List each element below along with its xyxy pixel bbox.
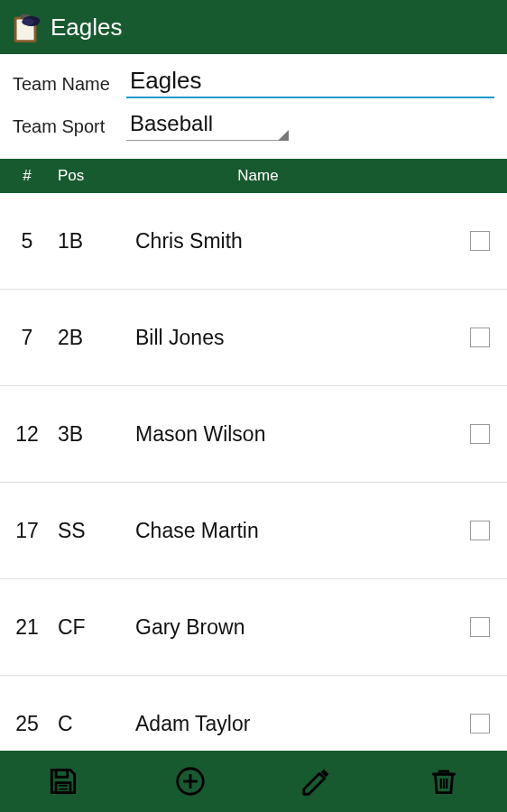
player-row[interactable]: 51BChris Smith — [0, 193, 507, 290]
edit-icon — [300, 764, 334, 798]
action-bar: Eagles — [0, 0, 507, 54]
player-check-cell — [453, 617, 507, 637]
player-name: Gary Brown — [117, 615, 453, 640]
svg-rect-6 — [56, 783, 70, 793]
player-number: 5 — [0, 229, 54, 254]
player-checkbox[interactable] — [470, 328, 490, 347]
header-name: Name — [117, 167, 453, 185]
player-position: 3B — [54, 422, 117, 447]
player-number: 17 — [0, 519, 54, 543]
player-row[interactable]: 72BBill Jones — [0, 290, 507, 386]
player-number: 7 — [0, 326, 54, 350]
svg-point-4 — [22, 19, 33, 26]
player-position: CF — [54, 615, 117, 640]
team-name-label: Team Name — [13, 74, 126, 98]
player-name: Adam Taylor — [117, 712, 453, 736]
player-checkbox[interactable] — [470, 714, 490, 734]
team-sport-spinner[interactable]: Baseball — [126, 109, 289, 141]
player-name: Chase Martin — [117, 519, 453, 543]
header-number: # — [0, 167, 54, 185]
player-check-cell — [453, 424, 507, 444]
add-icon — [173, 764, 207, 798]
player-checkbox[interactable] — [470, 521, 490, 540]
bottom-toolbar — [0, 751, 507, 812]
player-name: Bill Jones — [117, 326, 453, 350]
player-position: C — [54, 712, 117, 736]
edit-button[interactable] — [254, 751, 381, 812]
team-sport-value: Baseball — [126, 109, 289, 141]
player-name: Mason Wilson — [117, 422, 453, 447]
player-checkbox[interactable] — [470, 231, 490, 251]
player-checkbox[interactable] — [470, 617, 490, 637]
player-position: SS — [54, 519, 117, 543]
add-button[interactable] — [127, 751, 254, 812]
player-row[interactable]: 21CFGary Brown — [0, 579, 507, 676]
player-number: 25 — [0, 712, 54, 736]
table-header: # Pos Name — [0, 159, 507, 193]
team-sport-row: Team Sport Baseball — [13, 109, 494, 141]
svg-rect-5 — [56, 770, 68, 777]
player-row[interactable]: 25CAdam Taylor — [0, 676, 507, 751]
player-position: 1B — [54, 229, 117, 254]
header-position: Pos — [54, 167, 117, 185]
player-number: 12 — [0, 422, 54, 447]
player-checkbox[interactable] — [470, 424, 490, 444]
dropdown-icon — [278, 130, 289, 141]
player-number: 21 — [0, 615, 54, 640]
player-check-cell — [453, 231, 507, 251]
player-list: 51BChris Smith72BBill Jones123BMason Wil… — [0, 193, 507, 751]
app-title: Eagles — [51, 14, 123, 42]
delete-button[interactable] — [381, 751, 508, 812]
save-button[interactable] — [0, 751, 127, 812]
team-sport-label: Team Sport — [13, 116, 126, 141]
player-position: 2B — [54, 326, 117, 350]
trash-icon — [427, 764, 461, 798]
player-name: Chris Smith — [117, 229, 453, 254]
player-row[interactable]: 123BMason Wilson — [0, 386, 507, 483]
team-name-row: Team Name — [13, 65, 494, 98]
team-name-input[interactable] — [126, 65, 494, 98]
player-check-cell — [453, 714, 507, 734]
player-row[interactable]: 17SSChase Martin — [0, 483, 507, 579]
player-check-cell — [453, 328, 507, 347]
team-form: Team Name Team Sport Baseball — [0, 54, 507, 159]
player-check-cell — [453, 521, 507, 540]
app-icon — [9, 10, 43, 44]
save-icon — [46, 764, 80, 798]
